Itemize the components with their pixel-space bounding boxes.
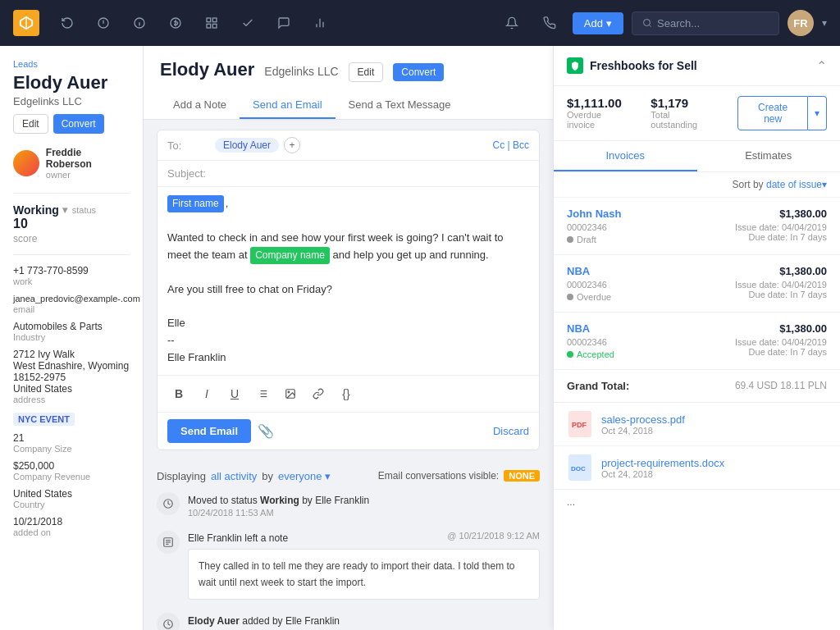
invoice-id-3: 00002346 xyxy=(567,337,614,347)
edit-button[interactable]: Edit xyxy=(13,114,48,134)
tab-send-text[interactable]: Send a Text Message xyxy=(336,92,464,119)
phone-label: work xyxy=(13,276,130,286)
svg-text:DOC: DOC xyxy=(571,465,586,472)
add-button[interactable]: Add ▾ xyxy=(573,12,623,34)
invoice-id-2: 00002346 xyxy=(567,280,611,290)
doc-icon: DOC xyxy=(567,454,593,481)
invoice-item-3[interactable]: NBA $1,380.00 00002346 Accepted Issue da… xyxy=(554,313,840,370)
discard-button[interactable]: Discard xyxy=(493,425,529,437)
list-button[interactable] xyxy=(251,382,274,405)
file-item-pdf[interactable]: PDF sales-process.pdf Oct 24, 2018 xyxy=(554,403,840,446)
tab-invoices[interactable]: Invoices xyxy=(554,141,697,171)
invoice-item-2[interactable]: NBA $1,380.00 00002346 Overdue Issue dat… xyxy=(554,255,840,313)
underline-button[interactable]: U xyxy=(223,382,246,405)
add-recipient-button[interactable]: + xyxy=(284,137,300,153)
outstanding-stat: $1,179 Total outstanding xyxy=(651,96,718,130)
bell-icon[interactable] xyxy=(497,8,527,38)
breadcrumb[interactable]: Leads xyxy=(13,59,130,69)
nav-icon-chat[interactable] xyxy=(269,8,299,38)
everyone-dropdown[interactable]: everyone ▾ xyxy=(278,470,331,482)
country-value: United States xyxy=(13,488,130,500)
code-button[interactable]: {} xyxy=(335,382,358,405)
activity-status-icon xyxy=(157,492,180,515)
left-panel: Leads Elody Auer Edgelinks LLC Edit Conv… xyxy=(0,46,144,630)
file-name-doc: project-requirements.docx xyxy=(601,457,724,469)
fb-tabs: Invoices Estimates xyxy=(554,141,840,172)
activity-note: They called in to tell me they are ready… xyxy=(188,549,540,600)
svg-text:PDF: PDF xyxy=(572,421,587,429)
composer-footer: Send Email 📎 Discard xyxy=(158,413,539,450)
nav-icon-chart[interactable] xyxy=(305,8,335,38)
activity-text-1: Moved to status Working by Elle Franklin xyxy=(188,495,369,506)
all-activity-link[interactable]: all activity xyxy=(211,470,257,482)
tab-send-email[interactable]: Send an Email xyxy=(240,92,336,119)
invoice-dates-1: Issue date: 04/04/2019 Due date: In 7 da… xyxy=(735,222,827,242)
invoice-item-1[interactable]: John Nash $1,380.00 00002346 Draft Issue… xyxy=(554,198,840,255)
address-label: address xyxy=(13,395,130,404)
svg-rect-12 xyxy=(212,24,217,28)
phone-value: +1 773-770-8599 xyxy=(13,265,130,276)
create-new-button[interactable]: Create new xyxy=(737,96,808,130)
freshbooks-collapse-icon[interactable]: ⌃ xyxy=(816,58,827,74)
phone-icon[interactable] xyxy=(535,8,564,38)
tab-bar: Add a Note Send an Email Send a Text Mes… xyxy=(160,92,536,119)
nav-icon-info[interactable] xyxy=(125,8,154,38)
italic-button[interactable]: I xyxy=(195,382,218,405)
convert-button[interactable]: Convert xyxy=(53,114,104,134)
image-button[interactable] xyxy=(279,382,302,405)
file-item-doc[interactable]: DOC project-requirements.docx Oct 24, 20… xyxy=(554,446,840,490)
freshbooks-title: Freshbooks for Sell xyxy=(567,57,697,74)
invoice-status-2: Overdue xyxy=(567,292,611,302)
owner-role: owner xyxy=(46,170,130,180)
status-value: Working ▾ status xyxy=(13,203,130,217)
none-badge[interactable]: NONE xyxy=(504,470,540,482)
activity-time-2: @ 10/21/2018 9:12 AM xyxy=(447,531,540,546)
invoice-id-1: 00002346 xyxy=(567,222,607,232)
edit-button-header[interactable]: Edit xyxy=(349,62,384,82)
bold-button[interactable]: B xyxy=(167,382,190,405)
composer-body[interactable]: First name, Wanted to check in and see h… xyxy=(158,187,539,375)
freshbooks-panel: Freshbooks for Sell ⌃ $1,111.00 Overdue … xyxy=(553,46,840,630)
app-logo[interactable] xyxy=(13,10,39,36)
invoice-dates-2: Issue date: 04/04/2019 Due date: In 7 da… xyxy=(735,280,827,299)
send-email-button[interactable]: Send Email xyxy=(167,419,251,443)
tab-add-note[interactable]: Add a Note xyxy=(160,92,240,119)
tab-estimates[interactable]: Estimates xyxy=(697,141,841,171)
file-date-doc: Oct 24, 2018 xyxy=(601,469,724,479)
svg-line-17 xyxy=(649,25,651,26)
nav-icon-dollar[interactable] xyxy=(161,8,190,38)
svg-rect-10 xyxy=(212,18,217,22)
industry-label: Industry xyxy=(13,332,130,342)
user-avatar[interactable]: FR xyxy=(788,10,814,36)
cc-bcc-link[interactable]: Cc | Bcc xyxy=(493,139,529,151)
score-label: score xyxy=(13,233,130,244)
invoice-dates-3: Issue date: 04/04/2019 Due date: In 7 da… xyxy=(735,337,827,357)
create-new-dropdown[interactable]: ▾ xyxy=(808,96,827,130)
activity-item: Moved to status Working by Elle Franklin… xyxy=(157,492,540,518)
company-revenue-value: $250,000 xyxy=(13,460,130,472)
tag-badge: NYC EVENT xyxy=(13,413,75,426)
svg-point-25 xyxy=(288,391,290,393)
freshbooks-header: Freshbooks for Sell ⌃ xyxy=(554,46,840,86)
more-button[interactable]: ... xyxy=(554,490,840,514)
nav-icon-refresh[interactable] xyxy=(52,8,82,38)
pdf-icon: PDF xyxy=(567,411,593,437)
link-button[interactable] xyxy=(307,382,330,405)
lead-name: Elody Auer xyxy=(13,72,130,94)
nav-icon-check[interactable] xyxy=(233,8,262,38)
nav-icon-power[interactable] xyxy=(89,8,118,38)
invoice-status-3: Accepted xyxy=(567,349,614,359)
convert-button-header[interactable]: Convert xyxy=(393,63,444,81)
activity-added-icon xyxy=(157,613,180,630)
search-bar[interactable]: Search... xyxy=(632,11,779,35)
owner-avatar xyxy=(13,150,39,176)
subject-field[interactable]: Subject: xyxy=(158,161,539,187)
attachment-icon[interactable]: 📎 xyxy=(258,423,274,439)
first-name-chip: First name xyxy=(167,195,224,212)
nav-icon-grid[interactable] xyxy=(197,8,226,38)
company-size-value: 21 xyxy=(13,432,130,444)
main-content: Leads Elody Auer Edgelinks LLC Edit Conv… xyxy=(0,46,840,630)
sort-link[interactable]: date of issue xyxy=(766,179,822,190)
to-recipient-chip[interactable]: Elody Auer xyxy=(215,138,279,153)
country-label: Country xyxy=(13,500,130,509)
